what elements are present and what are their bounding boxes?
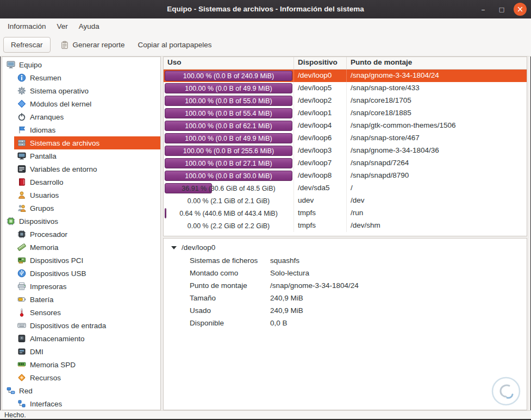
sidebar-item-dispositivos[interactable]: Dispositivos: [2, 215, 160, 228]
sidebar-item-dmi[interactable]: DMI: [2, 345, 160, 358]
refresh-button[interactable]: Refrescar: [3, 37, 51, 53]
sidebar-item-sistemas-de-archivos[interactable]: Sistemas de archivos: [2, 136, 160, 149]
sidebar-item-resumen[interactable]: Resumen: [2, 71, 160, 84]
sidebar-item-variables-de-entorno[interactable]: Variables de entorno: [2, 162, 160, 175]
sidebar-item-red[interactable]: Red: [2, 384, 160, 397]
sidebar-item-desarrollo[interactable]: Desarrollo: [2, 175, 160, 189]
menu-information[interactable]: Información: [2, 20, 52, 33]
table-row[interactable]: 100.00 % (0.0 B of 255.6 MiB)/dev/loop3/…: [164, 145, 527, 157]
titlebar[interactable]: Equipo - Sistemas de archivos - Informac…: [0, 0, 531, 18]
sidebar-item-usuarios[interactable]: Usuarios: [2, 189, 160, 202]
sidebar-item-label: Memoria SPD: [30, 361, 76, 369]
minimize-button[interactable]: –: [477, 3, 490, 16]
sidebar-item-sensores[interactable]: Sensores: [2, 306, 160, 319]
sidebar-item-almacenamiento[interactable]: Almacenamiento: [2, 332, 160, 345]
sidebar-item-memoria-spd[interactable]: Memoria SPD: [2, 358, 160, 371]
usage-cell: 100.00 % (0.0 B of 49.9 MiB): [164, 82, 294, 95]
close-button[interactable]: ×: [514, 3, 527, 16]
menu-view[interactable]: Ver: [52, 20, 73, 33]
sidebar-tree[interactable]: EquipoResumenSistema operativoMódulos de…: [2, 57, 161, 410]
copy-to-clipboard-button-label: Copiar al portapapeles: [138, 41, 212, 49]
detail-row[interactable]: Punto de montaje/snap/gnome-3-34-1804/24: [164, 279, 527, 292]
table-row[interactable]: 36.91 % (30.6 GiB of 48.5 GiB)/dev/sda5/: [164, 182, 527, 195]
table-row[interactable]: 0.00 % (2.2 GiB of 2.2 GiB)tmpfs/dev/shm: [164, 220, 527, 232]
gear-icon: [17, 86, 26, 95]
sidebar-item-label: Almacenamiento: [30, 335, 85, 343]
device-cell: /dev/loop5: [294, 82, 347, 95]
sidebar-item-idiomas[interactable]: Idiomas: [2, 123, 160, 136]
sidebar-item-label: Sensores: [30, 309, 61, 317]
detail-field-label: Montado como: [190, 269, 270, 277]
sidebar-item-interfaces[interactable]: Interfaces: [2, 397, 160, 410]
detail-field-label: Punto de montaje: [190, 281, 270, 290]
usage-cell: 100.00 % (0.0 B of 240.9 MiB): [164, 70, 294, 82]
copy-to-clipboard-button[interactable]: Copiar al portapapeles: [135, 37, 215, 52]
sidebar-item-label: Dispositivos: [19, 217, 58, 225]
table-row[interactable]: 100.00 % (0.0 B of 49.9 MiB)/dev/loop5/s…: [164, 82, 527, 95]
sidebar-item-dispositivos-pci[interactable]: Dispositivos PCI: [2, 254, 160, 267]
detail-field-label: Tamaño: [190, 294, 270, 302]
filesystem-table-pane[interactable]: UsoDispositivoPunto de montaje 100.00 % …: [163, 57, 527, 236]
table-row[interactable]: 100.00 % (0.0 B of 55.0 MiB)/dev/loop2/s…: [164, 95, 527, 107]
detail-row[interactable]: Disponible0,0 B: [164, 317, 527, 329]
expander-icon[interactable]: [171, 246, 177, 249]
usage-cell: 100.00 % (0.0 B of 55.4 MiB): [164, 107, 294, 120]
sidebar-item-equipo[interactable]: Equipo: [2, 58, 160, 71]
sidebar-item-label: Grupos: [30, 204, 54, 212]
sidebar-item-pantalla[interactable]: Pantalla: [2, 149, 160, 162]
sidebar-item-label: Sistemas de archivos: [30, 139, 99, 147]
table-row[interactable]: 100.00 % (0.0 B of 240.9 MiB)/dev/loop0/…: [164, 70, 527, 82]
table-row[interactable]: 100.00 % (0.0 B of 55.4 MiB)/dev/loop1/s…: [164, 107, 527, 120]
table-row[interactable]: 0.00 % (2.1 GiB of 2.1 GiB)udev/dev: [164, 195, 527, 207]
usage-label: 100.00 % (0.0 B of 55.0 MiB): [164, 95, 293, 107]
details-pane[interactable]: /dev/loop0 Sistemas de ficherossquashfsM…: [163, 238, 527, 410]
table-row[interactable]: 100.00 % (0.0 B of 62.1 MiB)/dev/loop4/s…: [164, 120, 527, 132]
sidebar-item-impresoras[interactable]: Impresoras: [2, 280, 160, 293]
sidebar-item-label: DMI: [30, 348, 43, 356]
detail-field-label: Sistemas de ficheros: [190, 256, 270, 265]
flag-icon: [17, 126, 26, 134]
sidebar-item-label: Usuarios: [30, 191, 59, 199]
table-row[interactable]: 0.64 % (440.6 MiB of 443.4 MiB)tmpfs/run: [164, 207, 527, 220]
column-header-uso[interactable]: Uso: [164, 57, 294, 69]
sidebar-item-dispositivos-usb[interactable]: Dispositivos USB: [2, 267, 160, 280]
sidebar-item-grupos[interactable]: Grupos: [2, 202, 160, 215]
usage-label: 100.00 % (0.0 B of 49.9 MiB): [164, 132, 293, 145]
detail-row[interactable]: Usado240,9 MiB: [164, 304, 527, 317]
column-header-dispositivo[interactable]: Dispositivo: [294, 57, 347, 69]
sidebar-item-bateria[interactable]: Batería: [2, 293, 160, 306]
table-row[interactable]: 100.00 % (0.0 B of 27.1 MiB)/dev/loop7/s…: [164, 157, 527, 170]
network-icon: [7, 386, 15, 395]
filesystem-icon: [17, 139, 26, 147]
sidebar-item-label: Pantalla: [30, 152, 57, 160]
device-cell: /dev/loop6: [294, 132, 347, 145]
sidebar-item-sistema-operativo[interactable]: Sistema operativo: [2, 84, 160, 97]
sidebar-item-dispositivos-de-entrada[interactable]: Dispositivos de entrada: [2, 319, 160, 332]
sidebar-item-arranques[interactable]: Arranques: [2, 110, 160, 123]
sidebar-item-label: Recursos: [30, 374, 61, 382]
detail-header[interactable]: /dev/loop0: [164, 239, 527, 254]
mount-cell: /snap/snap-store/433: [347, 82, 527, 95]
sidebar-item-recursos[interactable]: Recursos: [2, 371, 160, 384]
maximize-button[interactable]: □: [495, 3, 508, 16]
table-row[interactable]: 100.00 % (0.0 B of 49.9 MiB)/dev/loop6/s…: [164, 132, 527, 145]
sidebar-item-procesador[interactable]: Procesador: [2, 228, 160, 241]
detail-row[interactable]: Sistemas de ficherossquashfs: [164, 254, 527, 267]
sidebar-item-label: Idiomas: [30, 126, 55, 134]
generate-report-button[interactable]: Generar reporte: [57, 37, 128, 53]
mount-cell: /snap/snapd/8790: [347, 170, 527, 182]
detail-field-value: /snap/gnome-3-34-1804/24: [270, 281, 359, 290]
sidebar-item-label: Red: [19, 387, 33, 395]
table-row[interactable]: 100.00 % (0.0 B of 30.0 MiB)/dev/loop8/s…: [164, 170, 527, 182]
device-cell: tmpfs: [294, 220, 347, 232]
sidebar-item-memoria[interactable]: Memoria: [2, 241, 160, 254]
ruler-icon: [17, 243, 26, 252]
refresh-button-label: Refrescar: [11, 41, 43, 49]
sidebar-item-label: Equipo: [19, 61, 42, 69]
sidebar-item-modulos-del-kernel[interactable]: Módulos del kernel: [2, 97, 160, 110]
detail-row[interactable]: Tamaño240,9 MiB: [164, 292, 527, 304]
column-header-punto-de-montaje[interactable]: Punto de montaje: [347, 57, 527, 69]
storage-icon: [17, 334, 26, 343]
menu-help[interactable]: Ayuda: [73, 20, 105, 33]
detail-row[interactable]: Montado comoSolo-lectura: [164, 267, 527, 279]
